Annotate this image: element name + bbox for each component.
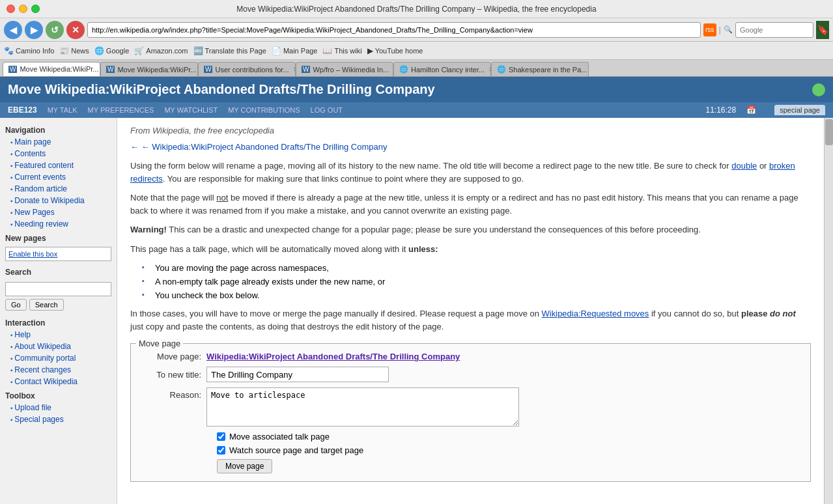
bookmark-youtube[interactable]: ▶ YouTube home: [367, 46, 423, 55]
back-button[interactable]: ◀: [4, 21, 22, 39]
tab-5[interactable]: 🌐 Shakespeare in the Pa... ✕: [491, 62, 589, 76]
my-talk-link[interactable]: MY TALK: [48, 106, 78, 114]
bookmark-amazon[interactable]: 🛒 Amazon.com: [134, 46, 188, 55]
sidebar-link-help[interactable]: Help: [0, 329, 117, 341]
new-title-label: To new title:: [141, 370, 206, 380]
bookmark-camino[interactable]: 🐾 Camino Info: [4, 46, 54, 55]
window-controls[interactable]: [7, 5, 40, 13]
bookmark-translate[interactable]: 🔤 Translate this Page: [193, 46, 266, 55]
bookmark-amazon-label: Amazon.com: [146, 47, 188, 55]
special-page-tab[interactable]: special page: [774, 105, 825, 115]
bookmark-news[interactable]: 📰 News: [59, 46, 89, 55]
bookmark-google[interactable]: 🌐 Google: [94, 46, 129, 55]
sidebar-link-contents[interactable]: Contents: [0, 148, 117, 160]
tab-1-favicon: W: [106, 66, 115, 73]
sidebar-link-community[interactable]: Community portal: [0, 352, 117, 364]
sidebar-link-upload[interactable]: Upload file: [0, 402, 117, 413]
tab-3-label: Wp/fro – Wikimedia In...: [313, 66, 389, 74]
back-arrow: ←: [130, 142, 141, 152]
bookmark-youtube-label: YouTube home: [375, 47, 423, 55]
double-link[interactable]: double: [731, 161, 757, 171]
bookmark-translate-label: Translate this Page: [205, 47, 266, 55]
sidebar-link-main-page[interactable]: Main page: [0, 136, 117, 148]
user-time: 11:16:28: [706, 105, 737, 115]
bookmark-thiswiki[interactable]: 📖 This wiki: [322, 46, 361, 55]
scrollbar-track[interactable]: [824, 118, 833, 504]
tab-5-favicon: 🌐: [497, 65, 506, 74]
watch-pages-checkbox[interactable]: [217, 446, 225, 455]
tab-4[interactable]: 🌐 Hamilton Clancy inter... ✕: [393, 62, 491, 76]
url-bar[interactable]: [87, 22, 701, 38]
wiki-status-dot: [812, 83, 825, 96]
tab-3[interactable]: W Wp/fro – Wikimedia In... ✕: [296, 62, 393, 76]
stop-button[interactable]: ✕: [66, 21, 85, 39]
sidebar-search-input[interactable]: [5, 282, 111, 296]
bookmark-mainpage-label: Main Page: [283, 47, 318, 55]
forward-button[interactable]: ▶: [25, 21, 43, 39]
sidebar-link-new-pages[interactable]: New Pages: [0, 206, 117, 218]
new-pages-title: New pages: [0, 230, 117, 244]
new-pages-box: Enable this box: [5, 247, 111, 261]
bookmark-mainpage[interactable]: 📄 Main Page: [272, 46, 318, 55]
sidebar-link-special[interactable]: Special pages: [0, 413, 117, 425]
unless-para: This page has a talk page, which will be…: [130, 243, 811, 256]
not-text: not: [216, 193, 228, 203]
reload-button[interactable]: ↺: [46, 21, 64, 39]
content-area: From Wikipedia, the free encyclopedia ← …: [117, 118, 824, 504]
bullet-list: You are moving the page across namespace…: [150, 262, 811, 302]
minimize-button[interactable]: [19, 5, 27, 13]
sidebar-link-donate[interactable]: Donate to Wikipedia: [0, 195, 117, 206]
sidebar-link-recent[interactable]: Recent changes: [0, 364, 117, 376]
navigation-title: Navigation: [0, 122, 117, 136]
bookmark-google-label: Google: [106, 47, 129, 55]
nav-bar: ◀ ▶ ↺ ✕ rss | 🔍 🔖: [0, 18, 833, 42]
calendar-icon: 📅: [746, 105, 756, 115]
new-title-input[interactable]: [206, 367, 389, 382]
sidebar-link-needing-review[interactable]: Needing review: [0, 218, 117, 230]
interaction-title: Interaction: [0, 315, 117, 329]
tab-1-label: Move Wikipedia:WikiPr...: [117, 66, 196, 74]
enable-box-link[interactable]: Enable this box: [8, 250, 57, 258]
tab-3-favicon: W: [302, 66, 310, 73]
amazon-icon: 🛒: [134, 46, 144, 55]
move-page-row: Move page: Wikipedia:WikiProject Abandon…: [141, 352, 800, 361]
my-watchlist-link[interactable]: MY WATCHLIST: [164, 106, 218, 114]
reason-textarea[interactable]: Move to articlespace: [206, 387, 519, 427]
move-page-button[interactable]: Move page: [217, 459, 272, 473]
sidebar-link-featured[interactable]: Featured content: [0, 160, 117, 171]
search-input[interactable]: [735, 22, 813, 38]
reason-row: Reason: Move to articlespace: [141, 387, 800, 427]
tab-1[interactable]: W Move Wikipedia:WikiPr... ✕: [100, 62, 198, 76]
my-contributions-link[interactable]: MY CONTRIBUTIONS: [228, 106, 300, 114]
bookmark-icon[interactable]: 🔖: [816, 21, 829, 39]
move-talk-checkbox[interactable]: [217, 432, 225, 441]
close-button[interactable]: [7, 5, 15, 13]
para2: Note that the page will not be moved if …: [130, 191, 811, 217]
back-link[interactable]: ← ← Wikipedia:WikiProject Abandoned Draf…: [130, 142, 811, 152]
move-page-value[interactable]: Wikipedia:WikiProject Abandoned Drafts/T…: [206, 352, 460, 361]
bookmark-camino-label: Camino Info: [16, 47, 54, 55]
search-search-button[interactable]: Search: [29, 299, 64, 311]
move-page-label: Move page:: [141, 352, 206, 361]
requested-moves-link[interactable]: Wikipedia:Requested moves: [542, 309, 649, 318]
search-go-button[interactable]: Go: [5, 299, 27, 311]
manual-para: In those cases, you will have to move or…: [130, 307, 811, 333]
tabs-bar: W Move Wikipedia:WikiPr... ✕ W Move Wiki…: [0, 60, 833, 77]
unless-bold: unless:: [408, 244, 438, 254]
my-preferences-link[interactable]: MY PREFERENCES: [88, 106, 154, 114]
warning-para: Warning! This can be a drastic and unexp…: [130, 223, 811, 236]
tab-0[interactable]: W Move Wikipedia:WikiPr... ✕: [3, 62, 100, 76]
log-out-link[interactable]: LOG OUT: [311, 106, 343, 114]
sidebar-link-about[interactable]: About Wikipedia: [0, 341, 117, 352]
main-layout: Navigation Main page Contents Featured c…: [0, 118, 833, 504]
sidebar-link-random[interactable]: Random article: [0, 183, 117, 195]
maximize-button[interactable]: [31, 5, 40, 13]
broken-redirects-link[interactable]: broken redirects: [130, 161, 795, 184]
thiswiki-icon: 📖: [322, 46, 332, 55]
para1: Using the form below will rename a page,…: [130, 160, 811, 185]
toolbox-title: Toolbox: [0, 387, 117, 402]
tab-2[interactable]: W User contributions for... ✕: [198, 62, 296, 76]
bullet-item-1: A non-empty talk page already exists und…: [150, 275, 811, 289]
sidebar-link-contact[interactable]: Contact Wikipedia: [0, 376, 117, 387]
sidebar-link-current-events[interactable]: Current events: [0, 171, 117, 183]
